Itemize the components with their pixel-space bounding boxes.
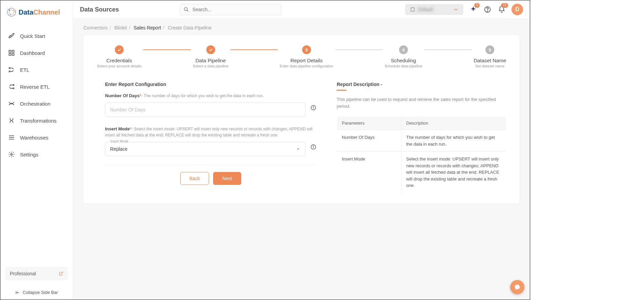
plan-label: Professional	[10, 271, 36, 276]
page-title: Data Sources	[80, 6, 119, 13]
svg-point-25	[487, 11, 487, 11]
description-panel: Report Description - This pipeline can b…	[337, 82, 506, 193]
bell-badge: 72	[501, 3, 508, 8]
step-credentials[interactable]: Credentials Select your account details	[97, 45, 141, 68]
plan-box[interactable]: Professional	[5, 267, 68, 280]
sidebar-item-label: Settings	[20, 152, 38, 157]
sidebar: DataChannel Quick Start Dashboard ETL Re…	[0, 0, 73, 300]
breadcrumb-item[interactable]: Sales Report	[134, 25, 161, 30]
svg-line-20	[187, 10, 188, 12]
svg-point-3	[14, 10, 15, 12]
sidebar-item-label: Dashboard	[20, 50, 45, 56]
topbar: Data Sources Default 5 7	[73, 0, 530, 19]
bell-icon-button[interactable]: 72	[497, 5, 506, 14]
building-icon	[410, 7, 415, 12]
stepper: Credentials Select your account details …	[97, 45, 506, 68]
step-circle: 3	[302, 45, 311, 54]
step-dataset-name[interactable]: 5 Dataset Name Set dataset name	[474, 45, 506, 68]
breadcrumb-item[interactable]: Connectors	[83, 25, 108, 30]
orchestration-icon	[8, 100, 15, 107]
sidebar-item-warehouses[interactable]: Warehouses	[0, 129, 73, 146]
sparkle-icon-button[interactable]: 5	[469, 5, 478, 14]
svg-point-0	[7, 8, 16, 16]
breadcrumb-item[interactable]: Blinkit	[114, 25, 127, 30]
step-circle: 5	[485, 45, 494, 54]
search-input[interactable]	[180, 4, 282, 15]
next-button[interactable]: Next	[213, 172, 241, 185]
chat-fab[interactable]	[510, 280, 524, 294]
logo-text: DataChannel	[19, 8, 60, 16]
transformations-icon	[8, 117, 15, 124]
collapse-label: Collapse Side Bar	[23, 290, 58, 295]
svg-point-10	[9, 71, 10, 72]
back-button[interactable]: Back	[180, 172, 209, 185]
svg-point-13	[11, 103, 12, 104]
main: Data Sources Default 5 7	[73, 0, 530, 300]
select-value: Replace	[110, 146, 127, 152]
svg-rect-6	[12, 50, 14, 52]
logo-icon	[6, 7, 17, 17]
sidebar-item-label: Reverse ETL	[20, 84, 50, 90]
step-scheduling[interactable]: 4 Scheduling Schedule data pipeline	[385, 45, 422, 68]
step-circle	[115, 45, 124, 54]
svg-rect-8	[12, 53, 14, 56]
step-report-details[interactable]: 3 Report Details Enter data pipeline con…	[280, 45, 333, 68]
select-floating-label: Insert Mode	[109, 140, 130, 143]
sidebar-item-etl[interactable]: ETL	[0, 61, 73, 78]
svg-point-9	[9, 67, 10, 68]
dashboard-icon	[8, 49, 15, 57]
description-title: Report Description -	[337, 82, 506, 87]
etl-icon	[8, 66, 15, 73]
sparkle-badge: 5	[474, 3, 480, 8]
table-row: Number Of Days The number of days for wh…	[337, 130, 506, 152]
search-wrap	[180, 4, 282, 15]
workspace-select[interactable]: Default	[405, 4, 463, 15]
sidebar-item-quick-start[interactable]: Quick Start	[0, 27, 73, 44]
divider	[105, 165, 316, 165]
step-circle: 4	[399, 45, 408, 54]
collapse-icon	[15, 290, 20, 295]
reverse-etl-icon	[8, 83, 15, 90]
step-data-pipeline[interactable]: Data Pipeline Select a data pipeline	[193, 45, 228, 68]
svg-point-4	[10, 14, 11, 15]
parameters-table: Parameters Description Number Of Days Th…	[337, 116, 506, 193]
sidebar-item-label: Quick Start	[20, 33, 45, 39]
number-of-days-input[interactable]	[105, 103, 306, 117]
gear-icon	[8, 151, 15, 158]
info-icon[interactable]	[310, 104, 316, 111]
sidebar-item-reverse-etl[interactable]: Reverse ETL	[0, 78, 73, 95]
field-insert-mode: Insert Mode*- Select the insert mode: UP…	[105, 126, 316, 156]
svg-point-12	[13, 88, 14, 89]
sidebar-item-label: Orchestration	[20, 101, 50, 107]
help-icon-button[interactable]	[483, 5, 492, 14]
breadcrumb-item[interactable]: Create Data Pipeline	[168, 25, 211, 30]
search-icon	[183, 6, 189, 13]
sidebar-item-transformations[interactable]: Transformations	[0, 112, 73, 129]
svg-rect-5	[9, 50, 11, 52]
sidebar-item-dashboard[interactable]: Dashboard	[0, 44, 73, 61]
svg-rect-21	[411, 8, 414, 12]
svg-point-17	[11, 154, 13, 155]
sidebar-item-orchestration[interactable]: Orchestration	[0, 95, 73, 112]
description-text: This pipeline can be used to request and…	[337, 96, 506, 109]
svg-rect-7	[9, 53, 11, 56]
logo[interactable]: DataChannel	[0, 0, 73, 24]
table-header: Description	[401, 116, 506, 130]
step-circle	[206, 45, 215, 54]
table-row: Insert Mode Select the insert mode: UPSE…	[337, 152, 506, 193]
sidebar-item-label: Transformations	[20, 118, 57, 124]
svg-point-31	[313, 146, 313, 146]
breadcrumb: Connectors/ Blinkit/ Sales Report/ Creat…	[73, 19, 530, 35]
insert-mode-select[interactable]: Replace	[105, 142, 306, 156]
sidebar-nav: Quick Start Dashboard ETL Reverse ETL Or…	[0, 24, 73, 262]
avatar[interactable]: D	[512, 4, 523, 15]
sidebar-item-label: Warehouses	[20, 135, 48, 141]
svg-point-19	[184, 7, 187, 10]
table-header: Parameters	[337, 116, 401, 130]
info-icon[interactable]	[310, 144, 316, 150]
collapse-sidebar-button[interactable]: Collapse Side Bar	[0, 285, 73, 300]
chevron-down-icon	[453, 7, 459, 12]
workspace-name: Default	[418, 7, 433, 12]
external-link-icon	[59, 271, 63, 276]
sidebar-item-settings[interactable]: Settings	[0, 146, 73, 163]
